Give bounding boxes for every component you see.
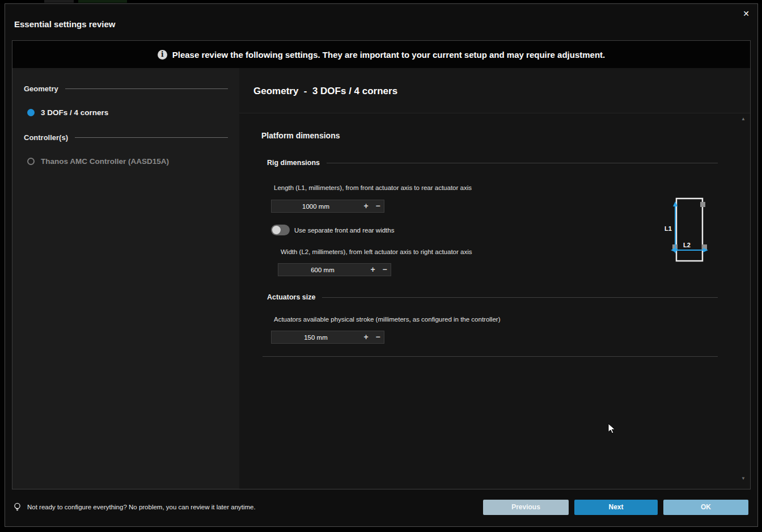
banner-text: Please review the following settings. Th… bbox=[172, 50, 606, 60]
footer-buttons: Previous Next OK bbox=[483, 500, 748, 515]
info-icon: i bbox=[158, 50, 167, 60]
footer-hint: Not ready to configure everything? No pr… bbox=[13, 503, 256, 512]
minus-icon[interactable]: − bbox=[379, 264, 391, 276]
actuators-size-header: Actuators size bbox=[267, 293, 718, 301]
toggle-label: Use separate front and rear widths bbox=[294, 227, 394, 234]
radio-unselected-icon bbox=[27, 158, 35, 165]
length-input[interactable] bbox=[272, 203, 360, 210]
dialog-footer: Not ready to configure everything? No pr… bbox=[12, 489, 752, 525]
essential-settings-dialog: Essential settings review ✕ i Please rev… bbox=[5, 3, 758, 527]
corner-marker bbox=[700, 202, 705, 207]
steps-sidebar: Geometry 3 DOFs / 4 corners Controller(s… bbox=[12, 68, 239, 489]
subsection-rule bbox=[327, 163, 718, 163]
stroke-input[interactable] bbox=[272, 334, 360, 341]
section-header-label: Geometry bbox=[24, 85, 58, 93]
plus-icon[interactable]: + bbox=[367, 264, 379, 276]
page-title: Geometry - 3 DOFs / 4 corners bbox=[253, 86, 397, 97]
width-spinner: + − bbox=[278, 263, 391, 276]
width-field-label: Width (L2, millimeters), from left actua… bbox=[281, 248, 472, 255]
subsection-rule bbox=[322, 297, 718, 298]
section-header-rule bbox=[75, 137, 228, 138]
separate-widths-row: Use separate front and rear widths bbox=[271, 225, 394, 235]
width-input[interactable] bbox=[278, 267, 367, 273]
l2-label: L2 bbox=[683, 242, 691, 248]
dialog-title: Essential settings review bbox=[14, 19, 115, 29]
sidebar-item-label: Thanos AMC Controller (AASD15A) bbox=[41, 157, 169, 166]
info-banner: i Please review the following settings. … bbox=[12, 41, 750, 68]
sidebar-item-3dofs-4corners[interactable]: 3 DOFs / 4 corners bbox=[27, 108, 228, 117]
minus-icon[interactable]: − bbox=[372, 200, 384, 212]
stroke-spinner: + − bbox=[271, 331, 384, 344]
settings-panel: i Please review the following settings. … bbox=[12, 40, 751, 489]
l1-label: L1 bbox=[664, 225, 672, 232]
next-button[interactable]: Next bbox=[574, 500, 658, 515]
scroll-down-icon[interactable]: ▼ bbox=[740, 476, 747, 481]
main-content: Geometry - 3 DOFs / 4 corners Platform d… bbox=[239, 68, 750, 489]
sidebar-item-thanos-controller[interactable]: Thanos AMC Controller (AASD15A) bbox=[27, 157, 228, 166]
scroll-up-icon[interactable]: ▲ bbox=[740, 116, 747, 121]
stroke-field-label: Actuators available physical stroke (mil… bbox=[274, 316, 500, 323]
length-field-label: Length (L1, millimeters), from front act… bbox=[274, 184, 472, 191]
rig-dimensions-header: Rig dimensions bbox=[267, 159, 718, 167]
background-app-tab bbox=[78, 0, 127, 3]
sidebar-section-controllers: Controller(s) bbox=[24, 133, 228, 142]
rig-diagram: L1 L2 bbox=[662, 195, 718, 267]
section-header-rule bbox=[65, 88, 228, 89]
section-header-label: Controller(s) bbox=[24, 133, 68, 142]
section-bottom-rule bbox=[263, 356, 718, 357]
platform-dimensions-title: Platform dimensions bbox=[261, 131, 340, 140]
subsection-label: Rig dimensions bbox=[267, 159, 320, 167]
scroll-viewport: Platform dimensions Rig dimensions Lengt… bbox=[239, 113, 750, 489]
rig-outline bbox=[676, 199, 702, 261]
background-app-tab bbox=[44, 0, 74, 3]
footer-hint-text: Not ready to configure everything? No pr… bbox=[27, 504, 256, 510]
minus-icon[interactable]: − bbox=[372, 331, 384, 343]
plus-icon[interactable]: + bbox=[360, 331, 372, 343]
subsection-label: Actuators size bbox=[267, 293, 315, 301]
previous-button[interactable]: Previous bbox=[483, 500, 569, 515]
ok-button[interactable]: OK bbox=[663, 500, 748, 515]
length-spinner: + − bbox=[271, 200, 384, 213]
plus-icon[interactable]: + bbox=[360, 200, 372, 212]
panel-body: Geometry 3 DOFs / 4 corners Controller(s… bbox=[12, 68, 750, 489]
sidebar-section-geometry: Geometry bbox=[24, 84, 228, 93]
separate-widths-toggle[interactable] bbox=[271, 225, 290, 235]
sidebar-item-label: 3 DOFs / 4 corners bbox=[41, 108, 108, 117]
toggle-knob bbox=[272, 226, 281, 234]
radio-selected-icon bbox=[27, 109, 35, 116]
close-icon[interactable]: ✕ bbox=[740, 8, 752, 19]
lightbulb-icon bbox=[13, 503, 22, 512]
